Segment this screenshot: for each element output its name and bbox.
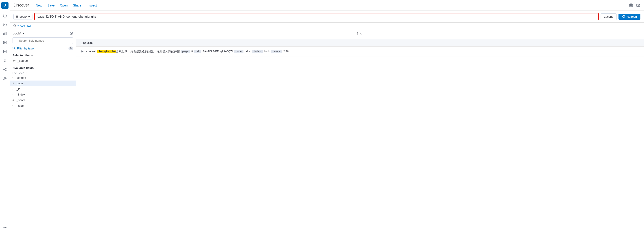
- index-meta-label: _index:: [252, 50, 263, 53]
- svg-rect-4: [6, 32, 6, 35]
- index-pattern-label: book*: [20, 15, 27, 18]
- source-field-icon: </>: [12, 60, 16, 62]
- content-area: book* Filter by type 0: [10, 29, 644, 234]
- score-meta-label: _score:: [271, 50, 282, 53]
- nav-rail: D: [0, 0, 10, 234]
- index-pattern-name[interactable]: book*: [12, 32, 25, 35]
- index-selector-icon: [16, 15, 18, 18]
- save-button[interactable]: Save: [45, 3, 57, 8]
- filter-type-button[interactable]: Filter by type: [12, 47, 34, 50]
- field-item-id[interactable]: t _id: [10, 86, 76, 92]
- add-filter-label: + Add filter: [18, 24, 31, 27]
- available-fields-section: Available fields Popular t content # pag…: [10, 65, 76, 108]
- id-field-name: _id: [16, 87, 20, 90]
- source-field-name: _source: [18, 59, 28, 62]
- svg-rect-21: [16, 16, 18, 17]
- filter-type-icon: [12, 47, 16, 50]
- expand-arrow[interactable]: ▶: [82, 50, 84, 53]
- search-field-wrap: [10, 37, 76, 46]
- svg-point-11: [3, 69, 4, 70]
- results-panel: 1 hit _source ▶ content: chenqionghe喜欢运动…: [76, 29, 644, 234]
- refresh-label: Refresh: [626, 15, 637, 18]
- available-fields-title: Available fields: [10, 65, 76, 70]
- svg-rect-20: [16, 16, 18, 16]
- chevron-down-icon-sidebar: [22, 32, 25, 35]
- svg-rect-5: [3, 41, 4, 42]
- svg-rect-22: [16, 17, 18, 18]
- content-text: 喜欢运动，绳命是刻么的回昆；绳命是入刺的井猜: [116, 50, 180, 53]
- nav-icon-graph[interactable]: [1, 74, 9, 82]
- filter-type-label: Filter by type: [17, 47, 34, 50]
- score-field-icon: #: [12, 99, 15, 102]
- score-meta-value: 2.26: [283, 50, 288, 53]
- hits-count: 1: [357, 32, 359, 36]
- nav-icon-discover[interactable]: [1, 20, 9, 29]
- filter-count-badge: 0: [68, 46, 73, 50]
- app-logo: D: [1, 2, 8, 9]
- nav-icon-maps[interactable]: [1, 56, 9, 64]
- sidebar-collapse-icon[interactable]: [70, 32, 73, 35]
- svg-point-14: [3, 79, 4, 80]
- filter-type-row: Filter by type 0: [10, 46, 76, 52]
- nav-icon-ml[interactable]: [1, 65, 9, 74]
- nav-icon-clock[interactable]: [1, 12, 9, 20]
- refresh-button[interactable]: Refresh: [618, 14, 640, 20]
- filter-row: + Add filter: [10, 22, 644, 29]
- selected-fields-title: Selected fields: [10, 52, 76, 58]
- nav-icon-settings[interactable]: [1, 223, 9, 231]
- filter-icon: [14, 24, 16, 27]
- index-pattern-value: book*: [12, 32, 21, 35]
- new-button[interactable]: New: [34, 3, 44, 8]
- query-input[interactable]: [34, 13, 599, 20]
- id-field-icon: t: [12, 88, 15, 90]
- page-meta-value: 8: [191, 50, 193, 53]
- query-bar: book* Lucene Refresh: [10, 11, 644, 22]
- index-selector[interactable]: book*: [14, 14, 32, 20]
- sidebar: book* Filter by type 0: [10, 29, 76, 234]
- content-label: content:: [86, 50, 97, 53]
- page-field-name: page: [16, 82, 23, 85]
- search-field-input[interactable]: [12, 37, 73, 44]
- chevron-down-icon: [28, 15, 30, 18]
- content-field-name: content: [16, 76, 26, 80]
- inspect-button[interactable]: Inspect: [84, 3, 99, 8]
- field-item-page[interactable]: # page: [10, 80, 76, 86]
- nav-icon-dashboard[interactable]: [1, 38, 9, 46]
- share-button[interactable]: Share: [71, 3, 84, 8]
- open-button[interactable]: Open: [58, 3, 70, 8]
- id-meta-value: iSAz4XABrERdg9Ao0QZI: [202, 50, 232, 53]
- svg-point-13: [5, 70, 6, 71]
- field-item-index[interactable]: t _index: [10, 92, 76, 97]
- svg-rect-8: [5, 43, 6, 44]
- result-content: content: chenqionghe喜欢运动，绳命是刻么的回昆；绳命是入刺的…: [86, 49, 639, 54]
- svg-rect-6: [5, 41, 6, 42]
- index-field-icon: t: [12, 93, 15, 96]
- nav-icon-visualize[interactable]: [1, 30, 9, 38]
- query-bar-left: book*: [14, 14, 32, 20]
- type-field-name: _type: [16, 104, 24, 108]
- nav-icon-canvas[interactable]: [1, 48, 9, 56]
- selected-field-source[interactable]: </> _source: [10, 58, 76, 64]
- add-filter-button[interactable]: + Add filter: [18, 24, 31, 27]
- lucene-button[interactable]: Lucene: [600, 14, 617, 20]
- page-title: Discover: [14, 3, 29, 8]
- hits-label-text: hit: [360, 32, 364, 36]
- type-meta-label: _type:: [234, 50, 244, 53]
- index-meta-value: book: [264, 50, 270, 53]
- id-meta-label: _id:: [194, 50, 200, 53]
- svg-point-17: [4, 226, 5, 228]
- source-column-header: _source: [82, 41, 93, 44]
- field-item-score[interactable]: # _score: [10, 97, 76, 103]
- results-table: _source ▶ content: chenqionghe喜欢运动，绳命是刻么…: [76, 39, 644, 234]
- globe-icon[interactable]: [629, 3, 633, 8]
- mail-icon[interactable]: [636, 3, 640, 8]
- results-header-row: _source: [76, 39, 644, 46]
- svg-point-16: [5, 78, 6, 79]
- field-item-content[interactable]: t content: [10, 75, 76, 80]
- top-bar-icons: [629, 3, 640, 8]
- top-bar: Discover New Save Open Share Inspect: [10, 0, 644, 11]
- field-item-type[interactable]: t _type: [10, 103, 76, 108]
- index-field-name: _index: [16, 93, 25, 96]
- svg-rect-7: [3, 43, 4, 44]
- page-meta-label: page:: [181, 50, 190, 53]
